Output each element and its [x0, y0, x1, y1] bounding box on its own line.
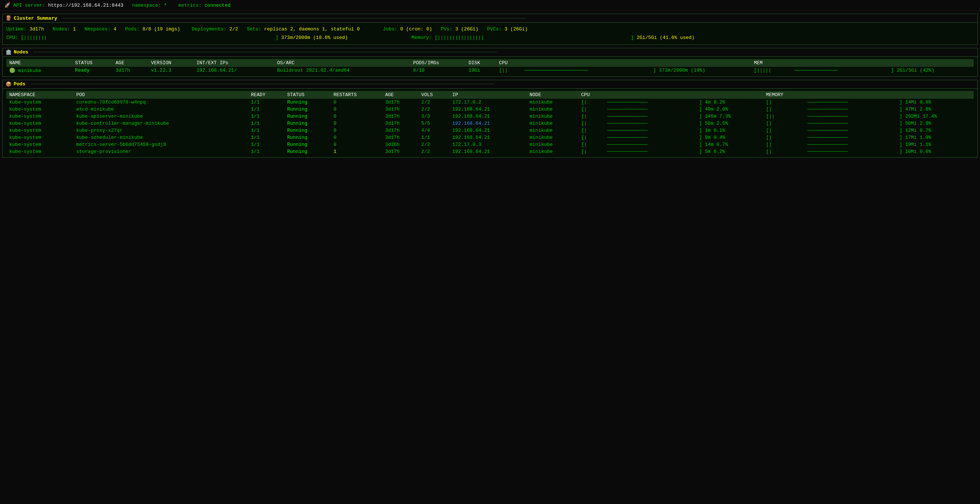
nodes-col-mem: MEM — [751, 59, 791, 67]
header-bar: 🚀 API server: https://192.168.64.21:8443… — [0, 0, 980, 11]
sets-value: replicas 2, daemons 1, stateful 0 — [264, 26, 360, 32]
nodes-col-ips: INT/EXT IPs — [193, 59, 274, 67]
pod-ready: 1/1 — [248, 99, 284, 106]
nodes-col-os: OS/ARC — [274, 59, 410, 67]
nodes-col-status: STATUS — [72, 59, 113, 67]
nodes-col-cpu-val — [651, 59, 751, 67]
namespaces-value: 4 — [114, 26, 116, 32]
pods-col-vols: VOLS — [418, 91, 450, 99]
nodes-col-pods: PODS/IMGs — [410, 59, 466, 67]
pods-tbody: kube-system coredns-78fcd69978-w4npq 1/1… — [6, 99, 974, 155]
pod-cpu-bar-space: ────────────── — [604, 99, 696, 106]
pod-age: 3d17h — [382, 127, 418, 134]
nodes-section-title: 🏛️ Nodes ───────────────────────────────… — [3, 48, 977, 57]
memory-bar: [|||||||||||||||| — [435, 35, 484, 40]
pod-name: kube-proxy-x27qr — [73, 127, 248, 134]
pod-age: 3d17h — [382, 113, 418, 120]
pod-age: 3d17h — [382, 106, 418, 113]
pod-cpu-val: ] 14m 0.7% — [696, 141, 763, 148]
node-age: 3d17h — [113, 67, 148, 74]
pod-ip: 172.17.0.2 — [450, 99, 527, 106]
pod-mem-val: ] 292Mi 17.4% — [896, 113, 974, 120]
pod-ip: 192.168.64.21 — [450, 113, 527, 120]
pod-vols: 2/2 — [418, 99, 450, 106]
sets-label: Sets: — [247, 26, 261, 32]
pod-restarts: 0 — [330, 113, 382, 120]
pod-status: Running — [284, 99, 330, 106]
pod-cpu-bar-space: ────────────── — [604, 113, 696, 120]
pod-name: kube-apiserver-minikube — [73, 113, 248, 120]
nodes-col-disk: DISK — [466, 59, 496, 67]
pod-status: Running — [284, 113, 330, 120]
nodes-col-mem-val — [888, 59, 974, 67]
pods-col-ready: READY — [248, 91, 284, 99]
pod-cpu-bar-space: ────────────── — [604, 134, 696, 141]
pod-node: minikube — [527, 127, 578, 134]
namespace-value: * — [164, 3, 167, 8]
pod-restarts: 0 — [330, 120, 382, 127]
rocket-icon: 🚀 — [5, 3, 10, 8]
pod-restarts: 0 — [330, 99, 382, 106]
pods-col-memory: MEMORY — [763, 91, 804, 99]
pod-cpu-bar-open: [| — [578, 99, 604, 106]
pod-ready: 1/1 — [248, 141, 284, 148]
pod-namespace: kube-system — [6, 113, 73, 120]
pods-header-row: NAMESPACE POD READY STATUS RESTARTS AGE … — [6, 91, 974, 99]
cluster-line-1: Uptime: 3d17h Nodes: 1 Nmspaces: 4 Pods:… — [6, 25, 974, 33]
table-row: kube-system metrics-server-5b6dd75459-gs… — [6, 141, 974, 148]
node-ips: 192.168.64.21/ — [193, 67, 274, 74]
pod-name: storage-provisioner — [73, 148, 248, 155]
pod-namespace: kube-system — [6, 148, 73, 155]
pod-cpu-bar-space: ────────────── — [604, 141, 696, 148]
node-version: v1.22.3 — [148, 67, 194, 74]
nodes-icon: 🏛️ — [6, 49, 11, 55]
pod-age: 3d17h — [382, 134, 418, 141]
pod-name: kube-controller-manager-minikube — [73, 120, 248, 127]
pod-mem-bar-open: [| — [763, 141, 804, 148]
nodes-table: NAME STATUS AGE VERSION INT/EXT IPs OS/A… — [6, 59, 974, 74]
table-row: kube-system storage-provisioner 1/1 Runn… — [6, 148, 974, 155]
pod-mem-bar-space: ────────────── — [804, 134, 896, 141]
pod-mem-val: ] 47Mi 2.8% — [896, 106, 974, 113]
pod-cpu-bar-open: [| — [578, 120, 604, 127]
deployments-value: 2/2 — [229, 26, 238, 32]
nodes-value: 1 — [73, 26, 76, 32]
nodes-table-container: NAME STATUS AGE VERSION INT/EXT IPs OS/A… — [3, 57, 977, 76]
pods-section-title: 📦 Pods ─────────────────────────────────… — [3, 80, 977, 89]
cpu-value: 373m/2000m (18.6% used) — [282, 35, 348, 40]
pod-restarts: 0 — [330, 106, 382, 113]
pod-ip: 192.168.64.21 — [450, 127, 527, 134]
pod-status: Running — [284, 134, 330, 141]
nodes-label: Nodes: — [53, 26, 70, 32]
nodes-tbody: 🟢 minikube Ready 3d17h v1.22.3 192.168.6… — [6, 67, 974, 74]
nodes-col-name: NAME — [6, 59, 72, 67]
table-row: kube-system kube-apiserver-minikube 1/1 … — [6, 113, 974, 120]
table-row: 🟢 minikube Ready 3d17h v1.22.3 192.168.6… — [6, 67, 974, 74]
pod-cpu-bar-open: [| — [578, 127, 604, 134]
pods-col-restarts: RESTARTS — [330, 91, 382, 99]
memory-label: Memory: — [412, 35, 432, 40]
pod-status: Running — [284, 148, 330, 155]
pod-ip: 172.17.0.3 — [450, 141, 527, 148]
pod-mem-bar-open: [| — [763, 120, 804, 127]
pod-mem-bar-space: ────────────── — [804, 148, 896, 155]
table-row: kube-system etcd-minikube 1/1 Running 0 … — [6, 106, 974, 113]
jobs-label: Jobs: — [383, 26, 397, 32]
pod-vols: 3/3 — [418, 113, 450, 120]
pods-col-cpu: CPU — [578, 91, 604, 99]
pod-restarts: 0 — [330, 127, 382, 134]
node-name: 🟢 minikube — [6, 67, 72, 74]
nodes-header-row: NAME STATUS AGE VERSION INT/EXT IPs OS/A… — [6, 59, 974, 67]
pod-name: metrics-server-5b6dd75459-gsdj8 — [73, 141, 248, 148]
pods-col-cpu-bar — [604, 91, 696, 99]
pod-node: minikube — [527, 106, 578, 113]
pod-mem-bar-open: [| — [763, 148, 804, 155]
nodes-col-age: AGE — [113, 59, 148, 67]
pod-mem-bar-open: [| — [763, 106, 804, 113]
pod-namespace: kube-system — [6, 99, 73, 106]
metrics-label: metrics: — [178, 3, 202, 8]
pod-ip: 192.168.64.21 — [450, 120, 527, 127]
pod-mem-bar-open: [|| — [763, 113, 804, 120]
jobs-value: 0 (cron: 0) — [400, 26, 432, 32]
pod-age: 3d16h — [382, 141, 418, 148]
